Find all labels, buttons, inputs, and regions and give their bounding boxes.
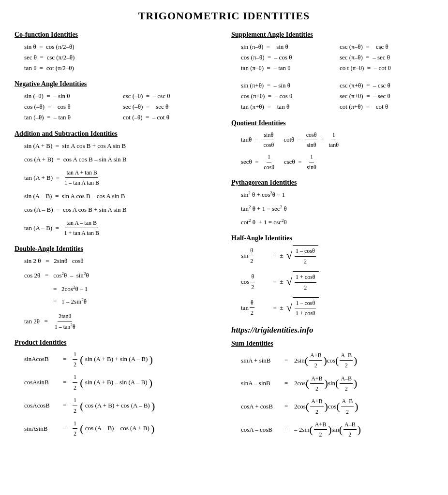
pythagorean-formulas: sin2 θ + cos2θ = 1 tan2 θ + 1 = sec2 θ c… (241, 189, 433, 228)
double-angle-section: Double-Angle Identities sin 2 θ = 2sinθ … (15, 245, 217, 332)
quotient-section: Quotient Identities tanθ = sinθcosθ cotθ… (231, 119, 433, 173)
supplement-title: Supplement Angle Identities (231, 31, 433, 39)
quotient-formulas: tanθ = sinθcosθ cotθ = cosθsinθ = 1tanθ … (241, 130, 433, 173)
cofunction-formulas: sin θ = cos (π/2–θ) sec θ = csc (π/2–θ) … (24, 42, 217, 73)
website-link[interactable]: https://trigidentities.info (231, 325, 433, 335)
negative-title: Negative Angle Identities (15, 80, 217, 88)
double-angle-title: Double-Angle Identities (15, 245, 217, 253)
page-title: Trigonometric Identities (15, 10, 433, 22)
half-angle-formulas: sin θ2 = ± √ 1 – cosθ2 cos θ2 = ± (241, 245, 433, 318)
negative-section: Negative Angle Identities sin (–θ) = – s… (15, 80, 217, 123)
supplement-formulas: sin (π–θ) = sin θ cos (π–θ) = – cos θ ta… (241, 42, 433, 73)
product-formulas: sinAcosB = 12 ( sin (A + B) + sin (A – B… (24, 349, 217, 439)
pythagorean-title: Pythagorean Identities (231, 179, 433, 187)
pythagorean-section: Pythagorean Identities sin2 θ + cos2θ = … (231, 179, 433, 228)
supplement-section: Supplement Angle Identities sin (π–θ) = … (231, 31, 433, 73)
product-section: Product Identities sinAcosB = 12 ( sin (… (15, 339, 217, 439)
double-angle-formulas: sin 2 θ = 2sinθ cosθ cos 2θ = cos2θ – si… (24, 256, 217, 332)
addition-section: Addition and Subtraction Identities sin … (15, 130, 217, 238)
half-angle-title: Half-Angle Identities (231, 234, 433, 242)
sum-title: Sum Identities (231, 340, 433, 348)
cofunction-title: Co-function Identities (15, 31, 217, 39)
supplement2-section: sin (π+θ) = – sin θ cos (π+θ) = – cos θ … (231, 80, 433, 112)
cofunction-section: Co-function Identities sin θ = cos (π/2–… (15, 31, 217, 73)
negative-formulas: sin (–θ) = – sin θ cos (–θ) = cos θ tan … (24, 91, 217, 123)
quotient-title: Quotient Identities (231, 119, 433, 127)
addition-formulas: sin (A + B) = sin A cos B + cos A sin B … (24, 141, 217, 238)
sum-section: Sum Identities sinA + sinB = 2sin ( A+B2… (231, 340, 433, 440)
addition-title: Addition and Subtraction Identities (15, 130, 217, 138)
sum-formulas: sinA + sinB = 2sin ( A+B2 ) cos ( A–B2 )… (241, 350, 433, 440)
supplement2-formulas: sin (π+θ) = – sin θ cos (π+θ) = – cos θ … (241, 80, 433, 112)
product-title: Product Identities (15, 339, 217, 347)
half-angle-section: Half-Angle Identities sin θ2 = ± √ 1 – c… (231, 234, 433, 318)
